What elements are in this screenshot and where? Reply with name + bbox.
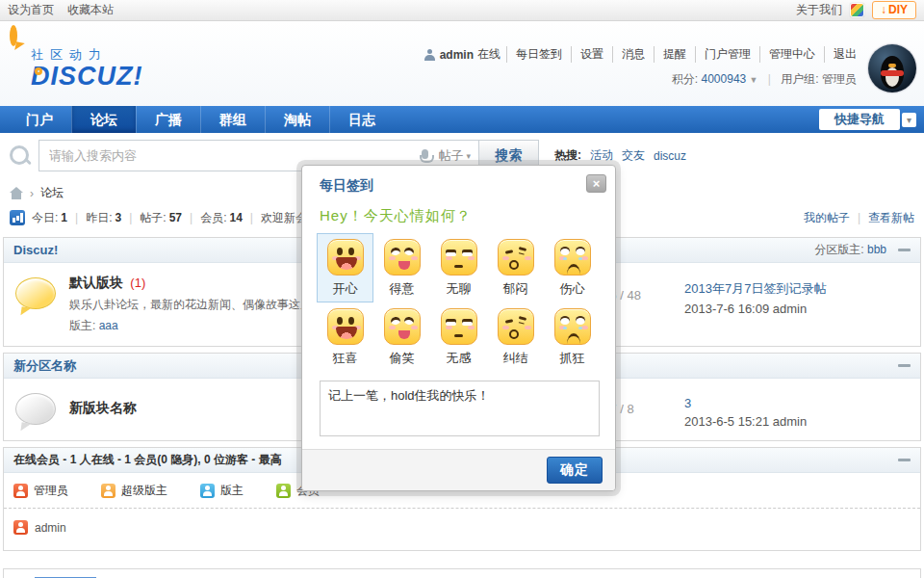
online-status: 在线	[477, 46, 500, 63]
collapse-icon[interactable]	[898, 459, 911, 461]
nav-tab-groups[interactable]: 群组	[200, 106, 265, 133]
usergroup-value[interactable]: 管理员	[822, 72, 857, 86]
mood-option-bored[interactable]: 无聊	[430, 233, 487, 302]
moderator-link[interactable]: aaa	[99, 319, 118, 332]
bookmark-link[interactable]: 收藏本站	[67, 2, 114, 18]
forum-lastpost: 2013年7月7日签到记录帖 2013-7-6 16:09 admin	[684, 275, 911, 316]
view-new-posts-link[interactable]: 查看新帖	[868, 210, 914, 226]
smirk-emoticon-icon	[384, 308, 421, 345]
search-type-caret-icon[interactable]: ▾	[466, 151, 478, 161]
portal-block-section: 官方论坛	[3, 568, 921, 578]
search-type-select[interactable]: 帖子	[435, 147, 466, 165]
mood-option-sad[interactable]: 伤心	[544, 233, 601, 302]
happy-emoticon-icon	[327, 239, 364, 276]
avatar[interactable]	[868, 44, 916, 92]
theme-color-icon[interactable]	[850, 3, 864, 17]
microphone-icon[interactable]	[422, 149, 428, 159]
sulk-emoticon-icon	[498, 308, 534, 345]
mood-option-sulk[interactable]: 郁闷	[487, 233, 544, 302]
post-count: 8	[627, 402, 633, 416]
zone-moderator-link[interactable]: bbb	[867, 243, 886, 256]
admin-user-icon	[13, 484, 28, 498]
collapse-icon[interactable]	[898, 249, 911, 251]
mood-greeting: Hey！今天心情如何？	[320, 207, 598, 225]
post-count: 48	[627, 288, 640, 302]
online-title: 在线会员 - 1 人在线 - 1 会员(0 隐身), 0 位游客 - 最高	[13, 452, 282, 468]
mood-option-numb[interactable]: 无感	[430, 302, 487, 372]
stat-today-value: 1	[61, 211, 67, 224]
set-home-link[interactable]: 设为首页	[8, 2, 54, 18]
quick-nav-caret-icon[interactable]: ▾	[902, 113, 916, 127]
points-value[interactable]: 4000943	[702, 72, 747, 86]
stat-posts-value: 57	[169, 211, 182, 224]
lastpost-title-link[interactable]: 2013年7月7日签到记录帖	[684, 280, 911, 298]
menu-settings[interactable]: 设置	[571, 46, 612, 63]
mood-option-titter[interactable]: 偷笑	[373, 302, 430, 372]
search-input[interactable]	[39, 148, 418, 163]
mood-option-happy[interactable]: 开心	[317, 233, 373, 302]
forum-bubble-icon	[15, 393, 56, 425]
username[interactable]: admin	[440, 48, 474, 62]
nav-tab-broadcast[interactable]: 广播	[136, 106, 200, 133]
menu-admin-center[interactable]: 管理中心	[759, 46, 824, 63]
hot-link-friends[interactable]: 交友	[622, 147, 645, 164]
home-icon[interactable]	[10, 187, 23, 199]
bored-emoticon-icon	[441, 308, 477, 345]
nav-tab-collections[interactable]: 淘帖	[265, 106, 329, 133]
search-icon	[10, 145, 31, 167]
online-member-link[interactable]: admin	[35, 521, 66, 535]
points-caret-icon[interactable]: ▼	[750, 75, 758, 85]
lastpost-title-link[interactable]: 3	[684, 396, 911, 410]
sulk-emoticon-icon	[498, 239, 534, 276]
crying-emoticon-icon	[554, 239, 591, 276]
stats-chart-icon	[10, 210, 25, 225]
menu-notifications[interactable]: 提醒	[654, 46, 695, 63]
mood-option-tangled[interactable]: 纠结	[487, 302, 544, 372]
menu-messages[interactable]: 消息	[612, 46, 654, 63]
hot-link-activity[interactable]: 活动	[590, 147, 613, 164]
lastpost-meta: 2013-7-6 16:09 admin	[684, 302, 911, 316]
zone-moderator-label: 分区版主:	[814, 243, 863, 256]
hot-link-discuz[interactable]: discuz	[654, 149, 686, 163]
nav-tab-portal[interactable]: 门户	[8, 106, 71, 133]
about-us-link[interactable]: 关于我们	[796, 2, 842, 18]
top-utility-bar: 设为首页 收藏本站 关于我们 ↓DIY	[0, 0, 924, 21]
mood-option-proud[interactable]: 得意	[373, 233, 430, 302]
stat-members-value: 14	[229, 211, 242, 224]
close-icon[interactable]: ×	[586, 174, 606, 193]
nav-tab-blogs[interactable]: 日志	[329, 106, 394, 133]
stat-posts-label: 帖子:	[140, 211, 166, 224]
signin-note-textarea[interactable]: 记上一笔，hold住我的快乐！	[320, 381, 600, 436]
diy-button[interactable]: ↓DIY	[872, 1, 916, 19]
nav-tab-forum[interactable]: 论坛	[71, 106, 136, 133]
forum-name-link[interactable]: 默认版块	[69, 275, 123, 290]
user-bar: admin 在线 每日签到 设置 消息 提醒 门户管理 管理中心 退出 积分: …	[424, 46, 857, 88]
moderator-label: 版主:	[69, 319, 95, 332]
mood-option-mad[interactable]: 抓狂	[544, 302, 601, 372]
stat-yesterday-label: 昨日:	[86, 211, 112, 224]
speech-bubble-logo-icon	[10, 29, 17, 89]
forum-name-link[interactable]: 新版块名称	[69, 400, 137, 415]
breadcrumb-separator: ›	[30, 187, 34, 200]
category-title[interactable]: 新分区名称	[13, 357, 76, 375]
category-title[interactable]: Discuz!	[13, 243, 58, 257]
collapse-icon[interactable]	[898, 364, 911, 367]
forum-new-badge: (1)	[130, 276, 145, 290]
site-header: 社区动力 DISCUZ! admin 在线 每日签到 设置 消息 提醒 门户管理…	[0, 21, 924, 106]
quick-nav-button[interactable]: 快捷导航	[819, 109, 900, 130]
crying-emoticon-icon	[554, 308, 591, 345]
confirm-button[interactable]: 确定	[547, 457, 603, 484]
menu-logout[interactable]: 退出	[824, 46, 857, 63]
discuz-logo[interactable]: 社区动力 DISCUZ!	[10, 29, 143, 89]
member-user-icon	[276, 484, 291, 498]
mod-user-icon	[200, 484, 215, 498]
super-mod-user-icon	[101, 484, 116, 498]
stat-members-label: 会员:	[200, 211, 226, 224]
admin-user-icon	[13, 520, 28, 535]
mood-option-ecstatic[interactable]: 狂喜	[317, 302, 373, 372]
online-member-row: admin	[4, 509, 920, 550]
my-posts-link[interactable]: 我的帖子	[804, 210, 850, 226]
breadcrumb-current[interactable]: 论坛	[40, 185, 64, 201]
menu-daily-signin[interactable]: 每日签到	[506, 46, 571, 63]
menu-portal-admin[interactable]: 门户管理	[695, 46, 759, 63]
